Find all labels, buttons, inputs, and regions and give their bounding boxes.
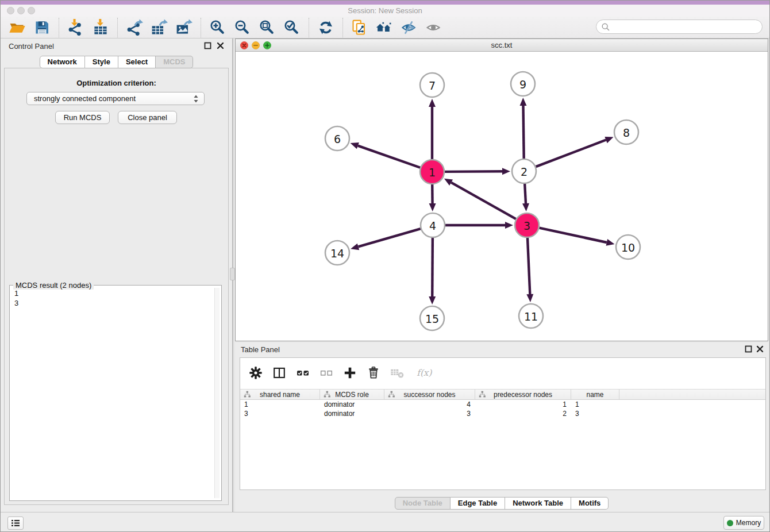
import-network-icon[interactable]	[67, 19, 84, 36]
zoom-fit-icon[interactable]	[259, 19, 276, 36]
graph-edge-4-14[interactable]	[351, 229, 421, 250]
close-panel-button[interactable]: Close panel	[118, 111, 177, 124]
graph-edge-2-3[interactable]	[522, 184, 529, 211]
graph-node-4[interactable]: 4	[421, 213, 445, 237]
task-history-button[interactable]	[7, 516, 24, 530]
cell-MCDS-role[interactable]: dominator	[320, 409, 384, 418]
export-image-icon[interactable]	[175, 19, 192, 36]
toolbar-group	[59, 18, 117, 37]
cell-predecessor-nodes[interactable]: 1	[475, 400, 571, 409]
mcds-result-item[interactable]: 3	[10, 299, 221, 309]
cell-name[interactable]: 3	[571, 409, 619, 418]
graph-node-8[interactable]: 8	[614, 120, 638, 144]
cell-successor-nodes[interactable]: 4	[384, 400, 475, 409]
select-all-icon[interactable]	[295, 365, 310, 380]
graph-edge-3-10[interactable]	[540, 228, 615, 246]
zoom-selected-icon[interactable]	[283, 19, 301, 36]
graph-node-9[interactable]: 9	[511, 72, 535, 96]
criterion-dropdown[interactable]: strongly connected component	[26, 92, 205, 105]
graph-node-15[interactable]: 15	[420, 306, 444, 330]
open-folder-icon[interactable]	[9, 19, 26, 36]
cell-successor-nodes[interactable]: 3	[384, 409, 475, 418]
export-table-icon[interactable]	[151, 19, 168, 36]
network-graph-canvas[interactable]: 7968124314101511	[236, 52, 768, 341]
gear-icon[interactable]	[248, 365, 263, 380]
tab-node-table[interactable]: Node Table	[395, 497, 451, 510]
tab-network-table[interactable]: Network Table	[505, 497, 571, 510]
tab-edge-table[interactable]: Edge Table	[451, 497, 505, 510]
tree-icon	[244, 391, 251, 398]
mcds-result-item[interactable]: 1	[10, 289, 221, 299]
cell-MCDS-role[interactable]: dominator	[320, 400, 384, 409]
graph-edge-1-7[interactable]	[429, 99, 436, 159]
tab-network[interactable]: Network	[40, 56, 85, 68]
arrowhead-icon	[351, 244, 359, 250]
column-header-MCDS-role[interactable]: MCDS role	[320, 390, 384, 399]
graph-edge-4-3[interactable]	[445, 222, 513, 229]
cell-shared-name[interactable]: 1	[240, 400, 320, 409]
eye-slash-icon[interactable]	[401, 19, 418, 36]
homes-icon[interactable]	[376, 19, 393, 36]
columns-icon[interactable]	[272, 365, 287, 380]
refresh-icon[interactable]	[317, 19, 334, 36]
graph-edge-3-11[interactable]	[526, 238, 533, 302]
control-panel-float-icon[interactable]	[204, 42, 211, 49]
eye-icon[interactable]	[425, 19, 442, 36]
table-panel-close-icon[interactable]	[756, 345, 764, 353]
graph-edge-1-2[interactable]	[445, 168, 510, 175]
mcds-result-title: MCDS result (2 nodes)	[13, 281, 94, 290]
graph-edge-2-8[interactable]	[536, 137, 614, 167]
search-input[interactable]	[614, 21, 757, 32]
network-file-icon[interactable]	[351, 19, 368, 36]
panel-splitter[interactable]	[232, 38, 233, 512]
cell-name[interactable]: 1	[571, 400, 619, 409]
export-network-icon[interactable]	[126, 19, 143, 36]
search-box[interactable]	[596, 20, 763, 34]
column-header-predecessor-nodes[interactable]: predecessor nodes	[475, 390, 571, 399]
table-header-row: shared nameMCDS rolesuccessor nodesprede…	[240, 389, 765, 400]
graph-edge-4-15[interactable]	[429, 238, 436, 304]
column-header-successor-nodes[interactable]: successor nodes	[384, 390, 475, 399]
tab-motifs[interactable]: Motifs	[571, 497, 609, 510]
graph-node-3[interactable]: 3	[515, 213, 539, 237]
result-list-scrollbar[interactable]	[214, 288, 220, 498]
network-window-titlebar[interactable]: scc.txt	[236, 39, 768, 52]
graph-node-2[interactable]: 2	[512, 159, 536, 183]
application-window: Session: New Session Control Panel Netwo…	[0, 0, 770, 532]
mcds-result-list[interactable]: 13	[10, 289, 221, 309]
tab-select[interactable]: Select	[118, 56, 156, 68]
add-icon[interactable]	[342, 365, 357, 380]
graph-edge-1-6[interactable]	[351, 142, 421, 168]
control-panel-close-icon[interactable]	[217, 42, 224, 49]
tab-mcds[interactable]: MCDS	[156, 56, 193, 68]
zoom-out-icon[interactable]	[234, 19, 251, 36]
cell-predecessor-nodes[interactable]: 2	[475, 409, 571, 418]
graph-edge-1-4[interactable]	[429, 184, 436, 211]
graph-node-1[interactable]: 1	[420, 160, 444, 184]
run-mcds-button[interactable]: Run MCDS	[55, 111, 110, 124]
graph-edge-3-1[interactable]	[444, 179, 516, 219]
table-row[interactable]: 3dominator323	[240, 409, 765, 418]
svg-text:f(x): f(x)	[417, 368, 432, 378]
zoom-in-icon[interactable]	[209, 19, 226, 36]
trash-icon[interactable]	[366, 365, 381, 380]
splitter-grip[interactable]	[230, 268, 235, 280]
column-header-label: shared name	[260, 391, 300, 399]
table-panel-float-icon[interactable]	[745, 345, 752, 353]
save-icon[interactable]	[33, 19, 51, 36]
graph-node-7[interactable]: 7	[420, 73, 444, 97]
cell-shared-name[interactable]: 3	[240, 409, 320, 418]
graph-node-14[interactable]: 14	[325, 241, 349, 265]
memory-button[interactable]: Memory	[723, 516, 764, 530]
graph-node-11[interactable]: 11	[519, 304, 543, 328]
tab-style[interactable]: Style	[85, 56, 118, 68]
import-table-icon[interactable]	[92, 19, 109, 36]
table-row[interactable]: 1dominator411	[240, 400, 765, 409]
column-header-shared-name[interactable]: shared name	[240, 390, 320, 399]
graph-edge-2-9[interactable]	[520, 98, 527, 159]
graph-node-6[interactable]: 6	[325, 126, 349, 151]
deselect-all-icon[interactable]	[319, 365, 334, 380]
column-header-name[interactable]: name	[571, 390, 619, 399]
graph-node-10[interactable]: 10	[616, 235, 640, 259]
toolbar-group	[201, 18, 309, 37]
